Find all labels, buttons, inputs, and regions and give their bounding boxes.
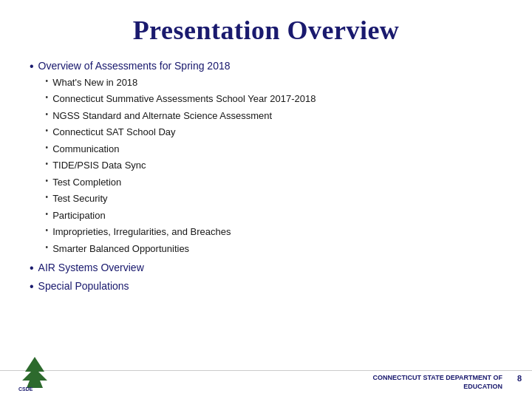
list-item: • What's New in 2018 [46,75,316,90]
main-list: • Overview of Assessments for Spring 201… [30,59,502,295]
list-item: • Test Security [46,191,316,206]
list-item: • Improprieties, Irregularities, and Bre… [46,225,316,239]
sub-item-label: TIDE/PSIS Data Sync [52,158,146,173]
list-item: • Test Completion [46,175,316,190]
dept-name-line2: EDUCATION [463,382,502,392]
svg-marker-1 [22,357,47,388]
list-item: • Connecticut Summative Assessments Scho… [46,92,316,106]
bullet-icon: • [46,142,49,154]
svg-text:CSDE: CSDE [18,386,33,392]
page-number: 8 [517,374,522,383]
bullet-icon: • [46,125,49,137]
bullet-icon: • [46,242,49,253]
list-item: • Overview of Assessments for Spring 201… [30,59,502,258]
list-item: • Connecticut SAT School Day [46,125,316,140]
sub-item-label: Smarter Balanced Opportunities [52,242,189,256]
bullet-icon: • [30,59,34,75]
bullet-icon: • [46,109,49,120]
main-item-label: Overview of Assessments for Spring 2018 [38,60,231,72]
list-item: • Communication [46,142,316,157]
sub-item-label: Connecticut Summative Assessments School… [52,92,316,106]
footer: CSDE CONNECTICUT STATE DEPARTMENT OF EDU… [0,345,532,399]
main-item-label: AIR Systems Overview [38,261,144,276]
bullet-icon: • [46,75,49,87]
dept-name-line1: CONNECTICUT STATE DEPARTMENT OF [373,373,503,383]
main-item-label: Special Populations [38,279,129,294]
bullet-icon: • [46,191,49,203]
sub-item-label: What's New in 2018 [52,75,137,90]
list-item: • Participation [46,208,316,223]
sub-item-label: Test Security [52,191,107,206]
list-item: • TIDE/PSIS Data Sync [46,158,316,173]
sub-item-label: Test Completion [52,175,121,190]
list-item: • AIR Systems Overview [30,261,502,276]
sub-item-label: Communication [52,142,119,157]
slide-title: Presentation Overview [30,15,502,46]
footer-text: CONNECTICUT STATE DEPARTMENT OF EDUCATIO… [373,373,503,392]
list-item: • Smarter Balanced Opportunities [46,242,316,256]
slide: Presentation Overview • Overview of Asse… [0,0,532,399]
list-item: • NGSS Standard and Alternate Science As… [46,109,316,123]
logo-area: CSDE [15,351,55,392]
list-item: • Special Populations [30,279,502,295]
bullet-icon: • [46,158,49,170]
bullet-icon: • [46,208,49,220]
bullet-icon: • [30,279,34,295]
sub-item-label: NGSS Standard and Alternate Science Asse… [52,109,272,123]
csde-logo: CSDE [15,351,55,392]
sub-item-label: Improprieties, Irregularities, and Breac… [52,225,231,239]
bullet-icon: • [30,261,34,276]
bullet-icon: • [46,175,49,187]
sub-item-label: Participation [52,208,106,223]
bullet-icon: • [46,225,49,236]
sub-item-label: Connecticut SAT School Day [52,125,175,140]
sub-list: • What's New in 2018 • Connecticut Summa… [46,75,316,256]
bullet-icon: • [46,92,49,103]
